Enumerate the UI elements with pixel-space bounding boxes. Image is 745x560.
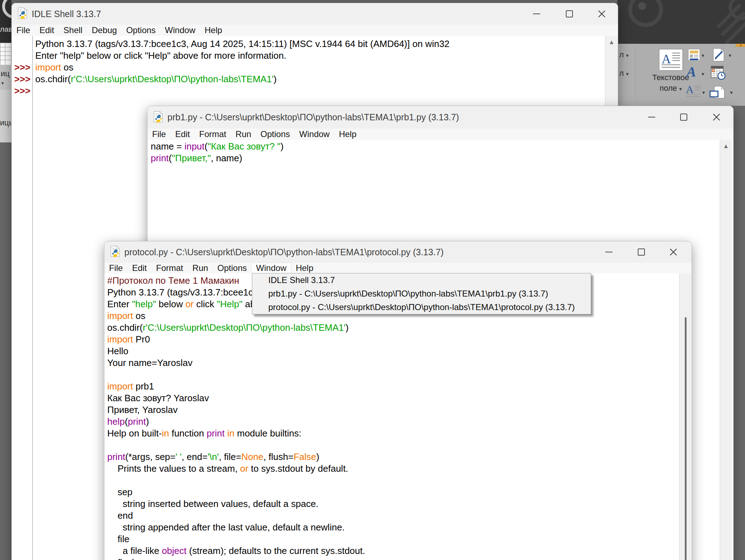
chevron-down-icon: ▾	[626, 71, 629, 77]
signature-line-button[interactable]	[712, 48, 725, 63]
window-title: prb1.py - C:\Users\uprkt\Desktop\ПО\pyth…	[167, 112, 459, 122]
scrollbar-thumb[interactable]	[685, 317, 687, 560]
minimize-button[interactable]	[604, 247, 614, 257]
quick-parts-button[interactable]	[688, 49, 700, 62]
menu-window[interactable]: Window	[160, 25, 200, 35]
editor-scrollbar[interactable]: ▲	[720, 140, 732, 560]
ribbon-group-label-fragment: ицы	[0, 118, 11, 127]
window-menu-dropdown: IDLE Shell 3.13.7 prb1.py - C:\Users\upr…	[252, 273, 591, 314]
chevron-down-icon: ▾	[626, 52, 629, 58]
menu-edit[interactable]: Edit	[171, 129, 195, 139]
menu-window[interactable]: Window	[295, 129, 334, 139]
shell-prompt: >>>	[14, 73, 31, 85]
footer-button-cut[interactable]: л ▾	[619, 69, 629, 78]
menu-file[interactable]: File	[104, 263, 128, 273]
python-file-icon	[110, 246, 120, 258]
shell-line: os.chdir(r'C:\Users\uprkt\Desktop\ПО\pyt…	[35, 73, 605, 85]
word-window-fragment-dark: лав	[0, 0, 11, 43]
code-line: import prb1	[107, 381, 679, 392]
menu-edit[interactable]: Edit	[35, 25, 59, 35]
code-line: end	[107, 510, 679, 522]
python-file-icon	[17, 7, 27, 20]
menu-format[interactable]: Format	[151, 263, 188, 273]
scroll-up-icon[interactable]: ▲	[605, 39, 618, 46]
close-button[interactable]	[668, 247, 679, 257]
ribbon-tab-label-fragment: лав	[0, 25, 11, 33]
code-line	[107, 475, 679, 486]
code-line: Hello	[107, 345, 679, 357]
chevron-down-icon: ▾	[1, 80, 4, 86]
object-button[interactable]	[709, 86, 726, 100]
window-menu-item-prb1[interactable]: prb1.py - C:\Users\uprkt\Desktop\ПО\pyth…	[252, 287, 591, 300]
menu-file[interactable]: File	[12, 25, 35, 35]
window-menu-item-protocol[interactable]: protocol.py - C:\Users\uprkt\Desktop\ПО\…	[252, 300, 591, 314]
menu-shell[interactable]: Shell	[59, 25, 87, 35]
menu-window[interactable]: Window	[252, 263, 291, 273]
title-bar[interactable]: prb1.py - C:\Users\uprkt\Desktop\ПО\pyth…	[148, 106, 733, 129]
menu-format[interactable]: Format	[195, 129, 231, 139]
wordart-button[interactable]: A	[685, 64, 701, 80]
code-line	[107, 439, 679, 451]
code-line: Your name=Yaroslav	[107, 357, 679, 369]
window-title: protocol.py - C:\Users\uprkt\Desktop\ПО\…	[124, 247, 444, 257]
word-ribbon-fragment-lower: ицы	[0, 90, 11, 142]
maximize-button[interactable]	[564, 9, 575, 19]
code-line: a file-like object (stream); defaults to…	[107, 545, 679, 557]
code-line: file	[107, 533, 679, 545]
code-line	[107, 369, 679, 381]
menu-run[interactable]: Run	[231, 129, 256, 139]
python-file-icon	[153, 111, 163, 124]
menu-bar: File Edit Format Run Options Window Help	[104, 263, 692, 274]
close-button[interactable]	[711, 112, 722, 122]
maximize-button[interactable]	[678, 112, 689, 122]
chevron-down-icon: ▾	[702, 71, 704, 77]
word-ribbon-fragment-upper: иц ▾	[0, 65, 11, 90]
scroll-up-icon[interactable]: ▲	[720, 143, 732, 150]
menu-debug[interactable]: Debug	[87, 25, 121, 35]
menu-bar: File Edit Format Run Options Window Help	[148, 129, 733, 140]
ribbon-group-label-fragment: иц	[1, 69, 10, 78]
code-line: Как Вас зовут? Yaroslav	[107, 392, 679, 404]
menu-options[interactable]: Options	[121, 25, 160, 35]
title-bar[interactable]: IDLE Shell 3.13.7	[12, 3, 618, 25]
menu-help[interactable]: Help	[334, 129, 361, 139]
warning-icon[interactable]	[735, 44, 745, 48]
menu-help[interactable]: Help	[200, 25, 227, 35]
shell-line: Python 3.13.7 (tags/v3.13.7:bcee1c3, Aug…	[35, 38, 605, 50]
minimize-button[interactable]	[646, 112, 657, 122]
header-button-cut[interactable]: л ▾	[619, 50, 629, 59]
code-line: import Pr0	[107, 334, 679, 345]
desktop-left-strip	[0, 142, 11, 560]
code-line: help(print)	[107, 416, 679, 428]
date-time-button[interactable]	[711, 66, 726, 82]
minimize-button[interactable]	[531, 9, 542, 19]
editor-body: #Протокол по Теме 1 Мамакин Python 3.13.…	[104, 273, 692, 560]
prompt-gutter: >>> >>> >>>	[12, 36, 33, 560]
close-button[interactable]	[596, 9, 607, 19]
menu-help[interactable]: Help	[291, 263, 318, 273]
shell-line: Enter "help" below or click "Help" above…	[35, 50, 605, 62]
shell-prompt: >>>	[14, 62, 31, 73]
ribbon-group-separator	[635, 46, 636, 103]
editor-scrollbar[interactable]	[679, 273, 691, 560]
logo-ring-fragment	[2, 0, 11, 19]
window-menu-item-shell[interactable]: IDLE Shell 3.13.7	[252, 273, 591, 287]
drop-cap-button[interactable]: A	[686, 84, 702, 99]
maximize-button[interactable]	[636, 247, 647, 257]
menu-run[interactable]: Run	[188, 263, 213, 273]
shell-line	[35, 85, 605, 97]
menu-options[interactable]: Options	[213, 263, 252, 273]
word-table-grid-fragment	[0, 43, 11, 66]
code-line: sep	[107, 486, 679, 498]
menu-options[interactable]: Options	[256, 129, 295, 139]
code-text-area[interactable]: #Протокол по Теме 1 Мамакин Python 3.13.…	[104, 273, 679, 560]
decor-circle	[628, 0, 663, 27]
chevron-down-icon: ▾	[679, 86, 682, 92]
chevron-down-icon: ▾	[702, 52, 704, 59]
menu-edit[interactable]: Edit	[128, 263, 151, 273]
menu-file[interactable]: File	[148, 129, 171, 139]
desktop-right-strip	[733, 106, 745, 560]
word-ribbon-text-group: л ▾ л ▾ A Текстовое поле ▾	[617, 44, 745, 106]
text-box-icon: A	[659, 66, 683, 72]
svg-text:A: A	[686, 84, 694, 95]
